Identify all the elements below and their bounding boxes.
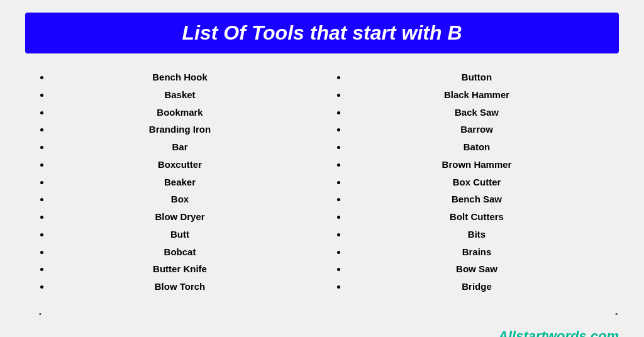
left-column: Bench HookBasketBookmarkBranding IronBar…	[25, 69, 322, 296]
list-item: Bookmark	[50, 104, 309, 121]
list-item: Bar	[50, 138, 309, 156]
list-item: Bolt Cutters	[347, 208, 606, 226]
left-footer-dot: ·	[38, 304, 43, 322]
list-item: Bench Hook	[50, 69, 309, 86]
list-item: Bobcat	[50, 243, 309, 261]
title-banner: List Of Tools that start with B	[25, 13, 619, 53]
list-item: Butter Knife	[50, 260, 309, 278]
list-item: Basket	[50, 86, 309, 104]
list-item: Barrow	[347, 121, 606, 138]
page-title: List Of Tools that start with B	[38, 21, 606, 45]
right-column: ButtonBlack HammerBack SawBarrowBatonBro…	[322, 69, 619, 296]
list-item: Blow Dryer	[50, 208, 309, 226]
list-item: Baton	[347, 138, 606, 156]
list-item: Bridge	[347, 278, 606, 296]
list-item: Brains	[347, 243, 606, 261]
left-list: Bench HookBasketBookmarkBranding IronBar…	[38, 69, 309, 296]
list-item: Bench Saw	[347, 191, 606, 208]
list-item: Bow Saw	[347, 260, 606, 278]
list-item: Bits	[347, 226, 606, 243]
list-item: Black Hammer	[347, 86, 606, 104]
list-item: Brown Hammer	[347, 156, 606, 174]
list-item: Box Cutter	[347, 174, 606, 191]
list-item: Blow Torch	[50, 278, 309, 296]
footer: · ·	[0, 302, 644, 327]
list-item: Boxcutter	[50, 156, 309, 174]
right-list: ButtonBlack HammerBack SawBarrowBatonBro…	[335, 69, 606, 296]
list-item: Back Saw	[347, 104, 606, 121]
list-item: Box	[50, 191, 309, 208]
page-wrapper: List Of Tools that start with B Bench Ho…	[0, 0, 644, 302]
columns-wrapper: Bench HookBasketBookmarkBranding IronBar…	[25, 69, 619, 296]
list-item: Butt	[50, 226, 309, 243]
list-item: Button	[347, 69, 606, 86]
right-footer-dot: ·	[614, 304, 619, 322]
brand-label: Allstartwords.com	[498, 328, 619, 337]
list-item: Branding Iron	[50, 121, 309, 138]
list-item: Beaker	[50, 174, 309, 191]
